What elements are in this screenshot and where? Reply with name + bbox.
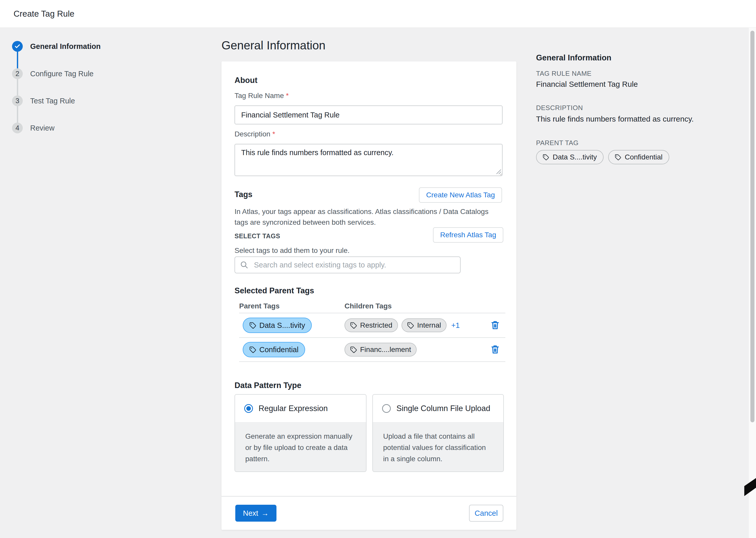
section-heading: General Information [221, 38, 326, 52]
sidebar-item-test-tag-rule[interactable]: Test Tag Rule [30, 95, 75, 106]
parent-tag-chip[interactable]: Confidential [243, 342, 305, 357]
arrow-right-icon: → [261, 509, 269, 517]
more-tags-link[interactable]: +1 [451, 321, 459, 330]
child-tag-chip[interactable]: Internal [402, 318, 447, 332]
summary-tag-rule-name-label: TAG RULE NAME [536, 70, 591, 78]
sidebar-item-review[interactable]: Review [30, 123, 55, 134]
footer-divider [221, 496, 516, 497]
tag-icon [350, 346, 357, 353]
summary-parent-tag-chips: Data S....tivity Confidential [536, 150, 669, 164]
child-tag-chip[interactable]: Financ....lement [345, 343, 417, 356]
summary-panel: General Information TAG RULE NAME Financ… [536, 53, 715, 181]
next-button[interactable]: Next→ [235, 505, 276, 522]
tag-icon [249, 322, 256, 329]
trash-icon [490, 320, 500, 330]
description-label: Description* [235, 130, 275, 138]
summary-tag-rule-name-value: Financial Settlement Tag Rule [536, 80, 638, 88]
step-2-circle[interactable]: 2 [12, 68, 23, 79]
tag-rule-name-label: Tag Rule Name* [235, 92, 289, 100]
refresh-atlas-tag-button[interactable]: Refresh Atlas Tag [433, 227, 503, 242]
table-row: Confidential Financ....lement [239, 337, 505, 362]
general-information-card: About Tag Rule Name* Description* This r… [221, 61, 516, 530]
about-heading: About [235, 76, 258, 85]
select-tags-hint: Select tags to add them to your rule. [235, 245, 350, 256]
tag-icon [249, 346, 256, 353]
clipped-digit-artifact: 1 [733, 454, 756, 538]
trash-icon [490, 345, 500, 354]
page-title: Create Tag Rule [14, 9, 74, 19]
step-1-check-icon[interactable] [12, 41, 23, 52]
selected-parent-tags-heading: Selected Parent Tags [235, 286, 314, 296]
create-new-atlas-tag-button[interactable]: Create New Atlas Tag [419, 188, 502, 203]
scrollbar-thumb[interactable] [750, 31, 754, 422]
summary-description-label: DESCRIPTION [536, 104, 583, 112]
required-asterisk: * [286, 92, 289, 100]
delete-row-button[interactable] [490, 320, 501, 331]
search-icon [240, 261, 248, 269]
tag-search-wrap [235, 256, 461, 273]
parent-tag-chip[interactable]: Data S....tivity [536, 150, 603, 164]
summary-description-value: This rule finds numbers formatted as cur… [536, 115, 693, 123]
table-row: Data S....tivity Restricted Internal +1 [239, 313, 505, 337]
tag-rule-name-input[interactable] [235, 105, 502, 124]
delete-row-button[interactable] [490, 344, 501, 355]
option-card-regular-expression[interactable]: Regular Expression Generate an expressio… [235, 394, 366, 472]
tags-info-text: In Atlas, your tags appear as classifica… [235, 206, 493, 228]
parent-tag-chip[interactable]: Confidential [608, 150, 669, 164]
description-textarea[interactable]: This rule finds numbers formatted as cur… [235, 144, 502, 176]
required-asterisk: * [272, 130, 275, 138]
option-description: Upload a file that contains all potentia… [383, 431, 493, 464]
tag-icon [543, 154, 549, 160]
table-header-row: Parent Tags Children Tags [239, 299, 505, 313]
sidebar-item-configure-tag-rule[interactable]: Configure Tag Rule [30, 68, 94, 79]
option-card-single-column-file-upload[interactable]: Single Column File Upload Upload a file … [372, 394, 504, 472]
cancel-button[interactable]: Cancel [469, 505, 503, 522]
option-description: Generate an expression manually or by fi… [245, 431, 356, 464]
option-label: Single Column File Upload [397, 404, 490, 413]
data-pattern-type-heading: Data Pattern Type [235, 381, 301, 390]
selected-parent-tags-table: Parent Tags Children Tags Data S....tivi… [239, 299, 505, 362]
step-4-circle[interactable]: 4 [12, 123, 23, 134]
radio-single-column-file-upload[interactable] [382, 404, 391, 413]
tag-icon [615, 154, 621, 160]
children-tags-column-header: Children Tags [345, 302, 485, 310]
radio-regular-expression[interactable] [244, 404, 253, 413]
tags-heading: Tags [235, 190, 253, 199]
wizard-stepper: General Information 2 Configure Tag Rule… [12, 36, 122, 143]
select-tags-label: SELECT TAGS [235, 233, 280, 240]
step-3-circle[interactable]: 3 [12, 95, 23, 106]
tag-search-input[interactable] [235, 256, 461, 273]
tag-icon [350, 322, 357, 329]
parent-tags-column-header: Parent Tags [239, 302, 345, 310]
top-bar: Create Tag Rule [0, 0, 756, 27]
description-field-wrap: This rule finds numbers formatted as cur… [235, 144, 502, 176]
child-tag-chip[interactable]: Restricted [345, 318, 398, 332]
parent-tag-chip[interactable]: Data S....tivity [243, 318, 312, 333]
tag-icon [407, 322, 414, 329]
option-label: Regular Expression [259, 404, 328, 413]
summary-parent-tag-label: PARENT TAG [536, 139, 579, 147]
sidebar-item-general-information[interactable]: General Information [30, 41, 101, 52]
summary-heading: General Information [536, 53, 611, 63]
